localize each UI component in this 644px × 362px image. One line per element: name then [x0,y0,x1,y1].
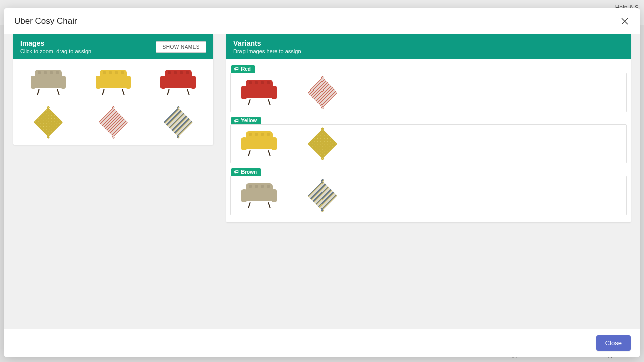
variant-group: 🏷Brown [230,166,627,215]
modal-title: Uber Cosy Chair [14,16,77,26]
image-thumb[interactable] [17,63,80,101]
variant-label: Brown [241,169,257,175]
tag-icon: 🏷 [234,169,239,174]
variant-tag[interactable]: 🏷Brown [231,168,261,176]
variants-body: 🏷Red🏷Yellow🏷Brown [226,59,631,222]
modal-footer: Close [4,329,640,357]
variant-label: Yellow [241,118,257,123]
images-panel-title: Images [20,39,91,47]
variant-group: 🏷Red [230,63,627,112]
variant-image[interactable] [298,75,347,110]
variants-panel-title: Variants [233,39,301,47]
variant-dropzone[interactable] [230,73,627,112]
variant-image[interactable] [235,75,283,110]
variant-tag[interactable]: 🏷Yellow [231,117,261,124]
close-icon[interactable] [620,16,630,26]
variant-image[interactable] [235,127,283,161]
variant-dropzone[interactable] [230,176,627,215]
variant-group: 🏷Yellow [230,115,627,164]
product-modal: Uber Cosy Chair Images Click to zoom, dr… [4,8,640,357]
variants-panel-header: Variants Drag images here to assign [226,34,631,59]
image-grid [17,63,209,141]
tag-icon: 🏷 [234,66,239,71]
variants-panel-subtitle: Drag images here to assign [233,48,301,54]
variant-image[interactable] [235,178,283,213]
show-names-button[interactable]: SHOW NAMES [156,41,206,53]
modal-header: Uber Cosy Chair [4,8,640,34]
images-panel-subtitle: Click to zoom, drag to assign [20,48,91,54]
image-thumb[interactable] [82,63,145,101]
close-button[interactable]: Close [596,335,631,351]
tag-icon: 🏷 [234,118,239,123]
image-thumb[interactable] [146,103,209,141]
variants-panel: Variants Drag images here to assign 🏷Red… [226,34,631,222]
image-thumb[interactable] [82,103,145,141]
variant-image[interactable] [298,127,347,161]
variant-dropzone[interactable] [230,124,627,163]
image-thumb[interactable] [146,63,209,101]
variant-image[interactable] [298,178,347,213]
images-panel-header: Images Click to zoom, drag to assign SHO… [13,34,213,59]
image-thumb[interactable] [17,103,80,141]
variant-label: Red [241,66,251,72]
images-panel: Images Click to zoom, drag to assign SHO… [13,34,213,145]
variant-tag[interactable]: 🏷Red [231,65,255,73]
